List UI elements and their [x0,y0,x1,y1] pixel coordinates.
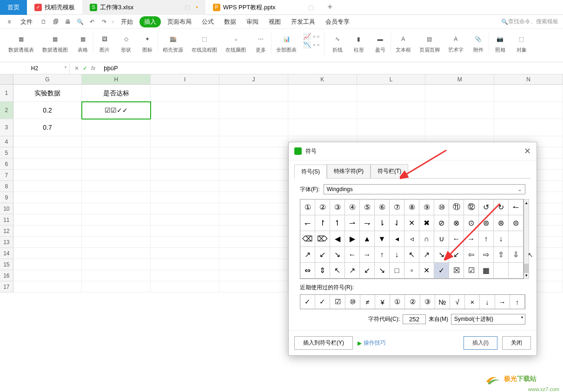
cell[interactable] [151,170,219,181]
col-J[interactable]: J [219,74,288,85]
symbol-cell[interactable]: ⊚ [479,215,494,231]
cell[interactable] [357,119,426,136]
symbol-cell[interactable]: ⇁ [360,215,375,231]
recent-symbol[interactable]: ↑ [510,295,525,309]
rb-winloss[interactable]: ▬盈亏 [370,33,391,53]
rb-camera[interactable]: 📷照相 [490,33,510,53]
recent-symbol[interactable]: ② [405,295,420,309]
cell[interactable] [219,192,288,203]
menu-file[interactable]: 文件 [17,16,36,28]
cell[interactable] [82,203,151,214]
close-icon[interactable]: ✕ [524,146,531,156]
cell[interactable] [151,159,219,170]
symbol-cell[interactable]: ↼ [509,199,523,215]
symbol-cell[interactable]: ⑫ [464,199,479,215]
search-box[interactable]: 🔍 查找命令、搜索模板 [501,18,558,26]
rb-icons[interactable]: ✦图标 [137,33,158,53]
col-M[interactable]: M [425,74,494,85]
cell[interactable] [82,248,151,259]
symbol-cell[interactable]: ↗ [419,247,434,263]
menu-data[interactable]: 数据 [220,16,240,28]
cell[interactable] [219,214,288,226]
symbol-cell[interactable]: ↙ [449,247,464,263]
symbol-cell[interactable]: ⑤ [360,199,375,215]
dlg-tab-bar[interactable]: 符号栏(T) [371,164,408,178]
symbol-cell[interactable]: ⊙ [464,215,479,231]
cell[interactable] [151,270,219,281]
recent-symbol[interactable]: → [495,295,510,309]
symbol-cell[interactable]: → [464,231,479,247]
symbol-cell[interactable]: ▲ [360,231,375,247]
col-L[interactable]: L [357,74,426,85]
symbol-cell[interactable]: ◀ [330,231,345,247]
symbol-cell[interactable]: ↓ [390,247,404,263]
rb-mini1[interactable]: 📈 ▫ ▫ [303,33,319,40]
row-header-16[interactable]: 16 [0,270,13,281]
cell[interactable] [425,102,494,119]
symbol-cell[interactable]: ⇕ [315,263,330,279]
cell[interactable]: 0.7 [13,119,82,136]
cell[interactable] [82,119,151,136]
row-header-15[interactable]: 15 [0,259,13,270]
cell[interactable] [13,281,82,292]
rb-mini2[interactable]: 📉 ▫ ▫ [303,41,319,48]
symbol-cell[interactable]: ⑩ [434,199,449,215]
cancel-icon[interactable]: ✕ [74,65,79,72]
symbol-cell[interactable]: ⑦ [390,199,404,215]
rb-pivot-chart[interactable]: ▦数据透视图 [39,33,72,53]
menu-layout[interactable]: 页面布局 [164,16,195,28]
row-header-3[interactable]: 3 [0,119,13,136]
redo-icon[interactable]: ↷ [99,17,109,27]
hamburger-icon[interactable]: ≡ [5,17,14,27]
recent-symbol[interactable]: ☑ [330,295,345,309]
recent-symbol[interactable]: ≠ [360,295,375,309]
symbol-cell[interactable]: → [360,247,375,263]
symbol-cell[interactable]: ↿ [330,215,345,231]
recent-symbol[interactable]: ③ [420,295,435,309]
rb-image[interactable]: 🖼图片 [94,33,115,53]
symbol-cell[interactable]: ⇂ [375,215,390,231]
symbol-cell[interactable]: ↗ [345,263,360,279]
cell[interactable]: 是否达标 [82,85,151,102]
cell[interactable] [219,281,288,292]
fx-label[interactable]: fx [91,65,95,72]
symbol-cell[interactable]: ↗ [300,247,315,263]
font-select[interactable]: Wingdings [324,184,525,194]
cell[interactable] [82,147,151,159]
cell[interactable] [151,136,219,147]
tab-add[interactable]: + [321,2,339,12]
symbol-cell[interactable]: ⊗ [449,215,464,231]
menu-formula[interactable]: 公式 [198,16,218,28]
minimize-icon[interactable]: ▢ [185,4,190,11]
rb-pivot-table[interactable]: ▦数据透视表 [5,33,38,53]
row-header-11[interactable]: 11 [0,214,13,226]
symbol-cell[interactable]: ⇦ [464,247,479,263]
cell[interactable] [13,259,82,270]
col-N[interactable]: N [494,74,563,85]
select-all-corner[interactable] [0,74,13,85]
row-header-14[interactable]: 14 [0,248,13,259]
cell[interactable] [288,102,357,119]
symbol-cell[interactable]: ◂ [390,231,404,247]
symbol-cell[interactable]: ⌦ [315,231,330,247]
cell[interactable] [219,181,288,192]
cell[interactable] [13,181,82,192]
col-K[interactable]: K [288,74,357,85]
symbol-cell[interactable]: ∪ [434,231,449,247]
cell[interactable] [151,192,219,203]
symbol-cell[interactable]: ↖ [330,263,345,279]
cell[interactable] [288,85,357,102]
code-input[interactable] [403,314,426,324]
symbol-cell[interactable]: ③ [330,199,345,215]
dlg-tab-symbols[interactable]: 符号(S) [294,165,327,179]
symbol-cell[interactable]: ⇩ [509,247,523,263]
cell[interactable] [13,270,82,281]
tab-file1[interactable]: S 工作簿3.xlsx ▢ • [82,0,205,15]
cell[interactable] [219,226,288,237]
cell[interactable] [425,119,494,136]
row-header-10[interactable]: 10 [0,203,13,214]
symbol-cell[interactable]: ⇀ [345,215,360,231]
rb-flowchart[interactable]: ⬚在线流程图 [188,33,221,53]
recent-symbol[interactable]: № [435,295,450,309]
symbol-cell[interactable]: ◃ [404,231,419,247]
